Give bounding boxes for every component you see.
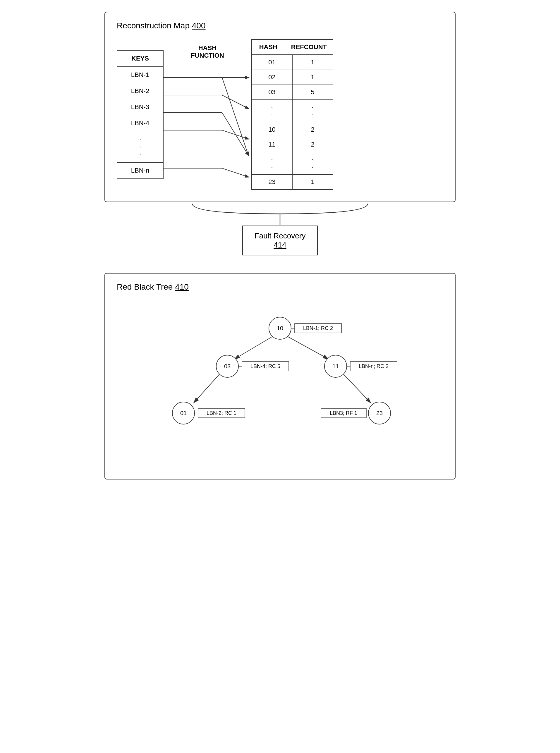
arrows-diagram bbox=[163, 62, 251, 185]
svg-line-8 bbox=[222, 168, 248, 177]
keys-row-lbnn: LBN-n bbox=[117, 163, 163, 179]
brace-area bbox=[104, 202, 456, 226]
svg-line-14 bbox=[286, 335, 328, 359]
brace-svg bbox=[178, 202, 382, 226]
hash-col-header: HASH bbox=[252, 40, 285, 55]
label-n11-text: LBN-n; RC 2 bbox=[359, 363, 388, 369]
hash-row-4: 10 2 bbox=[252, 122, 333, 137]
reconstruction-content: KEYS LBN-1 LBN-2 LBN-3 LBN-4 ··· LBN-n H… bbox=[117, 39, 443, 190]
label-n01-text: LBN-2; RC 1 bbox=[206, 410, 236, 416]
hash-refcount-header: HASH REFCOUNT bbox=[252, 40, 333, 55]
hash-val-7: 23 bbox=[252, 175, 293, 189]
keys-row-dots: ··· bbox=[117, 131, 163, 163]
ref-dots: ·· bbox=[293, 100, 333, 122]
svg-line-2 bbox=[222, 95, 248, 108]
hash-row-dots2: ·· ·· bbox=[252, 152, 333, 175]
hash-row-1: 02 1 bbox=[252, 70, 333, 85]
hash-row-0: 01 1 bbox=[252, 55, 333, 70]
refcount-col-header: REFCOUNT bbox=[285, 40, 333, 55]
rbt-label: Red Black Tree bbox=[117, 282, 173, 291]
hash-val-0: 01 bbox=[252, 55, 293, 69]
keys-row-lbn4: LBN-4 bbox=[117, 115, 163, 131]
ref-dots2: ·· bbox=[293, 152, 333, 174]
hash-dots: ·· bbox=[252, 100, 293, 122]
reconstruction-map-box: Reconstruction Map 400 KEYS LBN-1 LBN-2 … bbox=[104, 12, 456, 202]
ref-val-1: 1 bbox=[293, 70, 333, 84]
fault-recovery-label: Fault Recovery bbox=[255, 231, 306, 241]
hash-dots2: ·· bbox=[252, 152, 293, 174]
hash-refcount-table: HASH REFCOUNT 01 1 02 1 03 5 ·· ·· bbox=[251, 39, 333, 190]
hash-row-dots: ·· ·· bbox=[252, 100, 333, 122]
hash-row-5: 11 2 bbox=[252, 137, 333, 152]
svg-line-6 bbox=[222, 130, 248, 139]
keys-table: KEYS LBN-1 LBN-2 LBN-3 LBN-4 ··· LBN-n bbox=[117, 50, 163, 179]
reconstruction-map-title: Reconstruction Map 400 bbox=[117, 21, 443, 30]
label-n10-text: LBN-1; RC 2 bbox=[303, 325, 333, 331]
node-10-label: 10 bbox=[277, 325, 283, 331]
node-03-label: 03 bbox=[224, 363, 231, 369]
label-n03-text: LBN-4; RC 5 bbox=[251, 363, 280, 369]
keys-row-lbn3: LBN-3 bbox=[117, 99, 163, 115]
ref-val-5: 2 bbox=[293, 137, 333, 152]
tree-diagram: 10 03 11 01 23 LBN-1; RC 2 bbox=[148, 301, 412, 461]
hash-function-area: HASHFUNCTION bbox=[163, 44, 251, 185]
node-01-label: 01 bbox=[180, 410, 187, 416]
red-black-tree-box: Red Black Tree 410 bbox=[104, 273, 456, 480]
ref-val-2: 5 bbox=[293, 85, 333, 100]
hash-row-2: 03 5 bbox=[252, 85, 333, 100]
hash-row-7: 23 1 bbox=[252, 175, 333, 189]
hash-val-2: 03 bbox=[252, 85, 293, 100]
node-23-label: 23 bbox=[376, 410, 383, 416]
fault-recovery-section: Fault Recovery 414 bbox=[242, 226, 318, 273]
reconstruction-map-label: Reconstruction Map bbox=[117, 21, 189, 30]
node-11-label: 11 bbox=[332, 363, 339, 369]
hash-val-4: 10 bbox=[252, 122, 293, 137]
fault-recovery-box: Fault Recovery 414 bbox=[242, 226, 318, 256]
ref-val-4: 2 bbox=[293, 122, 333, 137]
ref-val-7: 1 bbox=[293, 175, 333, 189]
rbt-number: 410 bbox=[175, 282, 189, 291]
ref-val-0: 1 bbox=[293, 55, 333, 69]
hash-function-label: HASHFUNCTION bbox=[191, 44, 224, 59]
svg-line-15 bbox=[194, 373, 220, 403]
main-container: Reconstruction Map 400 KEYS LBN-1 LBN-2 … bbox=[104, 12, 456, 480]
hash-val-1: 02 bbox=[252, 70, 293, 84]
keys-header: KEYS bbox=[117, 50, 163, 67]
svg-line-10 bbox=[222, 78, 248, 155]
keys-row-lbn2: LBN-2 bbox=[117, 83, 163, 99]
svg-line-4 bbox=[222, 113, 248, 155]
svg-line-13 bbox=[235, 335, 274, 359]
reconstruction-map-number: 400 bbox=[192, 21, 206, 30]
rbt-title: Red Black Tree 410 bbox=[117, 282, 443, 292]
tree-diagram-container: 10 03 11 01 23 LBN-1; RC 2 bbox=[117, 301, 443, 461]
connector-line-bottom bbox=[280, 256, 280, 273]
svg-line-16 bbox=[343, 373, 371, 403]
hash-val-5: 11 bbox=[252, 137, 293, 152]
label-n23-text: LBN3; RF 1 bbox=[330, 410, 357, 416]
fault-recovery-number: 414 bbox=[274, 241, 286, 249]
keys-row-lbn1: LBN-1 bbox=[117, 67, 163, 83]
